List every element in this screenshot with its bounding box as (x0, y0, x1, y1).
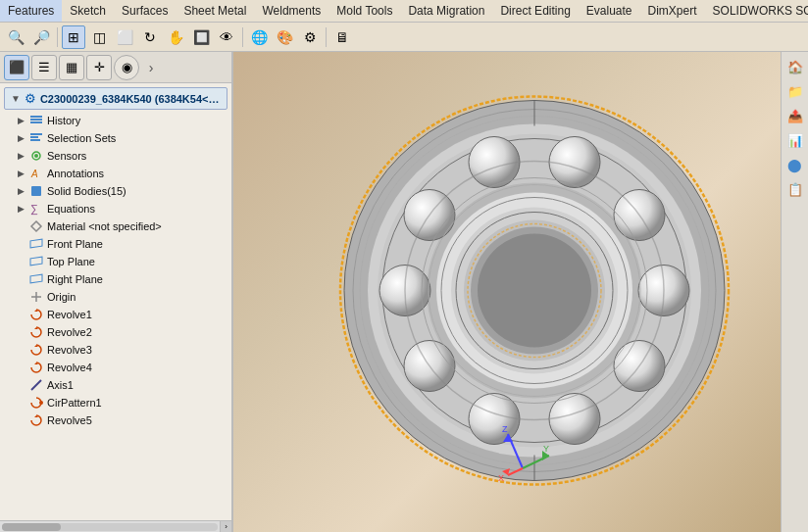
revolve1-expand (16, 310, 25, 319)
panel-expand-arrow[interactable]: › (141, 55, 161, 80)
svg-line-21 (31, 380, 41, 390)
sensors-expand: ▶ (16, 151, 25, 161)
rotate-btn[interactable]: ↻ (138, 25, 162, 49)
annotations-expand: ▶ (16, 169, 25, 178)
axes-svg: Y Z X (488, 414, 557, 483)
home-view-btn[interactable]: 🏠 (784, 56, 806, 77)
sep1 (57, 27, 58, 47)
svg-text:X: X (498, 473, 504, 483)
zoom-btn[interactable]: 🔎 (29, 25, 53, 49)
tree-item-sensors[interactable]: ▶ Sensors (0, 147, 231, 165)
tree-item-revolve4[interactable]: Revolve4 (0, 359, 231, 376)
tree-item-cirpattern1[interactable]: CirPattern1 (0, 394, 231, 411)
tree-item-axis1[interactable]: Axis1 (0, 376, 231, 394)
svg-point-39 (478, 234, 591, 348)
export-btn[interactable]: 📤 (784, 105, 806, 126)
menu-features[interactable]: Features (0, 0, 62, 22)
circle-btn[interactable]: ⬤ (784, 154, 806, 175)
normal-btn[interactable]: ⬜ (113, 25, 136, 49)
svg-rect-12 (30, 239, 42, 248)
svg-marker-11 (31, 221, 41, 231)
sensors-icon (28, 148, 44, 164)
menu-dimxpert[interactable]: DimXpert (640, 0, 705, 22)
chart-btn[interactable]: 📊 (784, 129, 806, 151)
zoom2-btn[interactable]: 🔲 (189, 25, 213, 49)
panel-scrollbar[interactable]: › (0, 520, 231, 532)
menu-evaluate[interactable]: Evaluate (579, 0, 640, 22)
revolve2-icon (28, 324, 44, 340)
cirpattern1-icon (28, 395, 44, 411)
tree-item-equations[interactable]: ▶ ∑ Equations (0, 200, 231, 218)
tree-item-revolve2[interactable]: Revolve2 (0, 323, 231, 341)
scrollbar-thumb[interactable] (2, 523, 61, 531)
panel-btn-grid[interactable]: ▦ (59, 55, 84, 80)
3d-viewport[interactable]: Y Z X (233, 52, 781, 532)
feature-tree[interactable]: ▼ ⚙ C23000239_6384K540 (6384K54<<6384K ▶… (0, 83, 231, 520)
search-btn[interactable]: 🔍 (4, 25, 27, 49)
svg-rect-5 (30, 139, 40, 141)
selection-expand: ▶ (16, 133, 25, 143)
menu-sketch[interactable]: Sketch (62, 0, 114, 22)
notes-btn[interactable]: 📋 (784, 178, 806, 200)
tree-item-revolve5[interactable]: Revolve5 (0, 411, 231, 429)
panel-btn-move[interactable]: ✛ (86, 55, 112, 80)
monitor-btn[interactable]: 🖥 (330, 25, 354, 49)
view-btn[interactable]: ◫ (87, 25, 111, 49)
tree-item-origin[interactable]: Origin (0, 288, 231, 306)
select-btn[interactable]: ⊞ (62, 25, 85, 49)
sensors-label: Sensors (47, 150, 86, 162)
tree-item-revolve1[interactable]: Revolve1 (0, 306, 231, 323)
globe-btn[interactable]: 🌐 (247, 25, 271, 49)
tree-item-top-plane[interactable]: Top Plane (0, 253, 231, 270)
revolve1-label: Revolve1 (47, 309, 92, 320)
right-sidebar: 🏠 📁 📤 📊 ⬤ 📋 (781, 52, 808, 532)
selection-label: Selection Sets (47, 132, 116, 144)
right-plane-label: Right Plane (47, 273, 103, 285)
collapse-panel-btn[interactable]: › (220, 521, 231, 532)
pan-btn[interactable]: ✋ (164, 25, 187, 49)
menu-data-migration[interactable]: Data Migration (400, 0, 492, 22)
history-expand: ▶ (16, 116, 25, 125)
revolve2-label: Revolve2 (47, 326, 92, 338)
svg-rect-9 (31, 186, 41, 196)
panel-btn-chart[interactable]: ◉ (114, 55, 139, 80)
svg-text:Y: Y (543, 444, 549, 454)
svg-rect-1 (30, 119, 42, 121)
menu-weldments[interactable]: Weldments (254, 0, 328, 22)
right-plane-icon (28, 271, 44, 287)
menu-direct-editing[interactable]: Direct Editing (492, 0, 578, 22)
tree-item-selection-sets[interactable]: ▶ Selection Sets (0, 129, 231, 147)
tree-item-solid-bodies[interactable]: ▶ Solid Bodies(15) (0, 182, 231, 200)
coordinate-axes: Y Z X (488, 414, 547, 473)
panel-btn-list[interactable]: ☰ (31, 55, 57, 80)
tree-item-annotations[interactable]: ▶ A Annotations (0, 165, 231, 182)
svg-point-22 (39, 401, 43, 405)
tree-item-revolve3[interactable]: Revolve3 (0, 341, 231, 359)
svg-point-7 (34, 154, 38, 158)
tree-item-front-plane[interactable]: Front Plane (0, 235, 231, 253)
menu-solidworks[interactable]: SOLIDWORKS SO... (705, 0, 808, 22)
display-btn[interactable]: ⚙ (298, 25, 322, 49)
svg-rect-3 (30, 133, 42, 135)
svg-text:Z: Z (502, 424, 508, 434)
tree-item-right-plane[interactable]: Right Plane (0, 270, 231, 288)
tree-item-material[interactable]: Material <not specified> (0, 218, 231, 235)
menu-surfaces[interactable]: Surfaces (114, 0, 176, 22)
menu-sheet-metal[interactable]: Sheet Metal (176, 0, 254, 22)
axis1-icon (28, 377, 44, 393)
eye-btn[interactable]: 👁 (215, 25, 238, 49)
revolve2-expand (16, 327, 25, 337)
svg-rect-13 (30, 257, 42, 266)
main-layout: ⬛ ☰ ▦ ✛ ◉ › ▼ ⚙ C23000239_6384K540 (6384… (0, 52, 808, 532)
panel-btn-filter[interactable]: ⬛ (4, 55, 29, 80)
history-icon (28, 113, 44, 128)
revolve5-expand (16, 415, 25, 425)
color-btn[interactable]: 🎨 (273, 25, 296, 49)
menu-mold-tools[interactable]: Mold Tools (328, 0, 400, 22)
tree-root-node[interactable]: ▼ ⚙ C23000239_6384K540 (6384K54<<6384K (4, 87, 227, 110)
top-plane-icon (28, 254, 44, 269)
folder-btn[interactable]: 📁 (784, 80, 806, 102)
scrollbar-track[interactable] (2, 523, 218, 531)
solid-label: Solid Bodies(15) (47, 185, 126, 197)
tree-item-history[interactable]: ▶ History (0, 112, 231, 129)
